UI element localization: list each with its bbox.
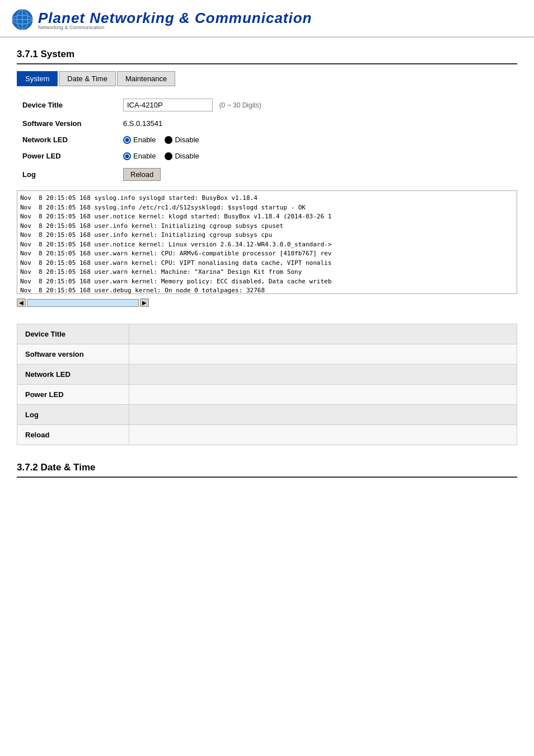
- power-led-label: Power LED: [17, 148, 118, 164]
- network-led-disable-text: Disable: [175, 136, 199, 144]
- power-led-radio-group: Enable Disable: [123, 152, 512, 160]
- network-led-enable-radio[interactable]: [123, 136, 131, 144]
- power-led-enable-radio[interactable]: [123, 152, 131, 160]
- network-led-radio-group: Enable Disable: [123, 136, 512, 144]
- network-led-disable-label[interactable]: Disable: [165, 136, 199, 144]
- desc-value-reload: [129, 425, 517, 445]
- tab-system[interactable]: System: [17, 71, 58, 86]
- section-title-2: 3.7.2 Date & Time: [17, 462, 517, 478]
- device-title-input[interactable]: [123, 99, 213, 111]
- main-content: 3.7.1 System System Date & Time Maintena…: [0, 38, 534, 489]
- desc-label-reload: Reload: [17, 425, 129, 445]
- desc-row-reload: Reload: [17, 425, 517, 445]
- desc-row-software-version: Software version: [17, 344, 517, 365]
- desc-value-power-led: [129, 385, 517, 405]
- software-version-label: Software Version: [17, 115, 118, 132]
- software-version-value: 6.S.0.13541: [118, 115, 517, 132]
- log-row: Log Reload: [17, 164, 517, 185]
- network-led-disable-radio[interactable]: [165, 136, 172, 144]
- desc-value-network-led: [129, 365, 517, 385]
- desc-row-network-led: Network LED: [17, 365, 517, 385]
- desc-label-power-led: Power LED: [17, 385, 129, 405]
- power-led-disable-text: Disable: [175, 152, 199, 160]
- tabs-container: System Date & Time Maintenance: [17, 71, 517, 86]
- device-title-row: Device Title (0 ~ 30 Digits): [17, 95, 517, 115]
- form-table: Device Title (0 ~ 30 Digits) Software Ve…: [17, 95, 517, 185]
- horizontal-scrollbar[interactable]: [27, 299, 139, 307]
- desc-value-device-title: [129, 324, 517, 344]
- device-title-value-cell: (0 ~ 30 Digits): [118, 95, 517, 115]
- description-section: Device Title Software version Network LE…: [17, 324, 517, 445]
- log-value-cell: Reload: [118, 164, 517, 185]
- power-led-enable-text: Enable: [133, 152, 156, 160]
- power-led-disable-radio[interactable]: [165, 152, 172, 160]
- desc-row-power-led: Power LED: [17, 385, 517, 405]
- header: Planet Networking & Communication Networ…: [0, 0, 534, 38]
- network-led-row: Network LED Enable Disable: [17, 132, 517, 148]
- desc-label-software-version: Software version: [17, 344, 129, 365]
- network-led-enable-text: Enable: [133, 136, 156, 144]
- horizontal-scrollbar-area: ◀ ▶: [17, 298, 517, 307]
- network-led-controls: Enable Disable: [118, 132, 517, 148]
- desc-value-software-version: [129, 344, 517, 365]
- desc-row-device-title: Device Title: [17, 324, 517, 344]
- power-led-enable-label[interactable]: Enable: [123, 152, 156, 160]
- network-led-label: Network LED: [17, 132, 118, 148]
- desc-label-network-led: Network LED: [17, 365, 129, 385]
- desc-row-log: Log: [17, 405, 517, 425]
- desc-table: Device Title Software version Network LE…: [17, 324, 517, 445]
- logo-area: Planet Networking & Communication Networ…: [11, 8, 523, 31]
- power-led-disable-label[interactable]: Disable: [165, 152, 199, 160]
- network-led-enable-label[interactable]: Enable: [123, 136, 156, 144]
- logo-globe-icon: [11, 8, 34, 31]
- logo-planet-text: Planet Networking & Communication: [38, 10, 312, 26]
- desc-label-device-title: Device Title: [17, 324, 129, 344]
- desc-label-log: Log: [17, 405, 129, 425]
- desc-value-log: [129, 405, 517, 425]
- log-label: Log: [17, 164, 118, 185]
- power-led-row: Power LED Enable Disable: [17, 148, 517, 164]
- device-title-label: Device Title: [17, 95, 118, 115]
- tab-maintenance[interactable]: Maintenance: [117, 71, 175, 86]
- logo-text-area: Planet Networking & Communication Networ…: [38, 10, 312, 30]
- scroll-right-icon[interactable]: ▶: [140, 298, 149, 307]
- section-title: 3.7.1 System: [17, 49, 517, 64]
- tab-datetime[interactable]: Date & Time: [59, 71, 116, 86]
- scroll-left-icon[interactable]: ◀: [17, 298, 26, 307]
- power-led-controls: Enable Disable: [118, 148, 517, 164]
- reload-button[interactable]: Reload: [123, 168, 161, 181]
- software-version-row: Software Version 6.S.0.13541: [17, 115, 517, 132]
- log-textarea[interactable]: [17, 190, 517, 294]
- device-title-hint: (0 ~ 30 Digits): [219, 101, 261, 109]
- log-container: ◀ ▶: [17, 190, 517, 307]
